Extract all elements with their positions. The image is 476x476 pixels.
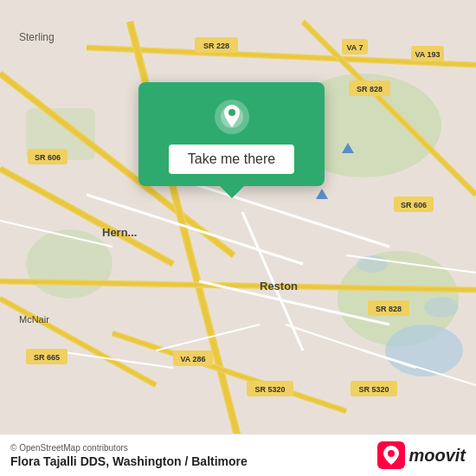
- svg-point-6: [424, 297, 459, 318]
- svg-point-3: [26, 229, 113, 299]
- svg-text:SR 5320: SR 5320: [358, 385, 389, 394]
- svg-text:Hern...: Hern...: [102, 226, 137, 239]
- svg-text:VA 193: VA 193: [415, 50, 440, 59]
- svg-text:VA 7: VA 7: [346, 43, 363, 52]
- location-pin-icon: [213, 98, 251, 136]
- map-container: SR 228 VA 7 VA 193 SR 828 SR 606 SR 606 …: [0, 0, 476, 476]
- place-name: Flora Tajalli DDS, Washington / Baltimor…: [10, 454, 248, 468]
- svg-text:SR 828: SR 828: [357, 85, 383, 93]
- svg-text:SR 5320: SR 5320: [254, 385, 285, 394]
- svg-text:VA 286: VA 286: [180, 355, 205, 363]
- svg-text:Sterling: Sterling: [19, 31, 55, 43]
- moovit-text: moovit: [408, 446, 466, 466]
- moovit-icon: [377, 441, 405, 469]
- bottom-bar: © OpenStreetMap contributors Flora Tajal…: [0, 434, 476, 476]
- svg-point-64: [228, 109, 235, 116]
- svg-text:SR 606: SR 606: [35, 153, 61, 162]
- take-me-there-button[interactable]: Take me there: [169, 145, 294, 174]
- svg-text:SR 828: SR 828: [376, 305, 402, 313]
- svg-point-66: [388, 450, 395, 457]
- moovit-logo: moovit: [377, 441, 466, 469]
- osm-credit: © OpenStreetMap contributors: [10, 443, 248, 453]
- svg-text:McNair: McNair: [19, 314, 49, 325]
- svg-text:SR 228: SR 228: [203, 42, 229, 50]
- svg-text:Reston: Reston: [260, 280, 298, 293]
- svg-text:SR 606: SR 606: [401, 201, 427, 209]
- svg-text:SR 665: SR 665: [34, 353, 60, 362]
- navigation-popup: Take me there: [138, 82, 325, 186]
- bottom-left: © OpenStreetMap contributors Flora Tajal…: [10, 443, 248, 468]
